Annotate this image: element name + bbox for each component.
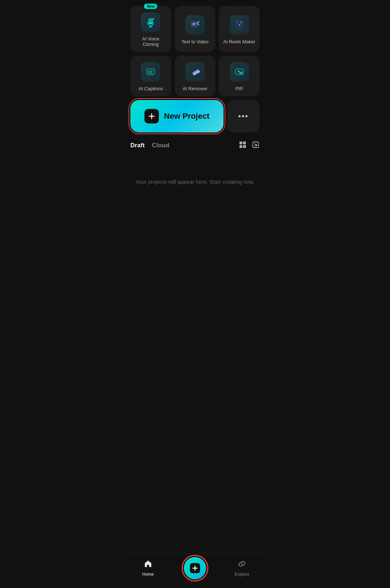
svg-rect-1 [150,19,150,20]
captions-icon: CC [141,62,160,82]
new-badge: New [144,4,157,9]
remover-icon [185,62,205,82]
svg-rect-2 [151,19,152,20]
tab-draft[interactable]: Draft [130,139,145,152]
svg-rect-26 [243,141,246,144]
tool-label-ai-reels-maker: AI Reels Maker [223,39,255,44]
svg-rect-27 [239,145,242,148]
voice-icon [141,12,160,32]
tab-cloud[interactable]: Cloud [152,139,169,152]
svg-point-13 [236,22,238,23]
svg-point-14 [241,22,243,23]
nav-home[interactable]: Home [125,559,172,577]
svg-rect-0 [148,18,153,24]
grid-view-icon[interactable] [239,141,247,151]
explore-icon [238,559,246,570]
pip-icon [230,62,249,82]
text-to-video-icon [185,15,205,35]
svg-point-8 [198,21,199,22]
tab-actions [239,141,260,151]
more-dots: ••• [238,112,248,121]
tool-card-ai-remover[interactable]: AI Remover [175,56,216,96]
empty-state-text: Your projects will appear here. Start cr… [135,179,255,185]
reels-icon [230,15,249,35]
tool-label-pip: PIP [235,86,243,91]
svg-rect-3 [150,21,150,22]
explore-label: Explore [235,572,250,577]
nav-explore[interactable]: Explore [218,559,265,577]
tool-card-ai-voice-cloning[interactable]: New AI Voice Cloning [130,6,171,52]
tool-card-ai-captions[interactable]: CC AI Captions [130,56,171,96]
home-icon [144,559,152,570]
tool-card-text-to-video[interactable]: Text to Video [175,6,216,52]
svg-text:CC: CC [148,70,153,75]
bottom-nav: Home Explore [125,553,265,588]
svg-point-9 [199,21,200,22]
empty-state: Your projects will appear here. Start cr… [125,157,265,206]
tabs-row: Draft Cloud [125,139,265,152]
svg-rect-28 [243,145,246,148]
new-project-button[interactable]: New Project [130,100,224,132]
action-row: New Project ••• [130,100,260,132]
export-icon[interactable] [252,141,260,151]
tool-card-ai-reels-maker[interactable]: AI Reels Maker [219,6,260,52]
more-options-button[interactable]: ••• [227,100,260,132]
svg-rect-4 [151,21,152,22]
tool-grid: New AI Voice Cloning [130,6,260,96]
tool-label-ai-captions: AI Captions [139,86,163,91]
svg-rect-25 [239,141,242,144]
create-icon [190,563,200,573]
tool-label-ai-remover: AI Remover [183,86,208,91]
tool-card-pip[interactable]: PIP [219,56,260,96]
new-project-icon [144,109,159,123]
tool-label-ai-voice-cloning: AI Voice Cloning [134,36,168,47]
svg-point-33 [241,563,243,565]
new-project-label: New Project [164,112,209,121]
svg-rect-21 [239,72,243,74]
nav-create-button[interactable] [184,557,206,579]
tool-label-text-to-video: Text to Video [182,39,209,44]
home-label: Home [142,572,154,577]
